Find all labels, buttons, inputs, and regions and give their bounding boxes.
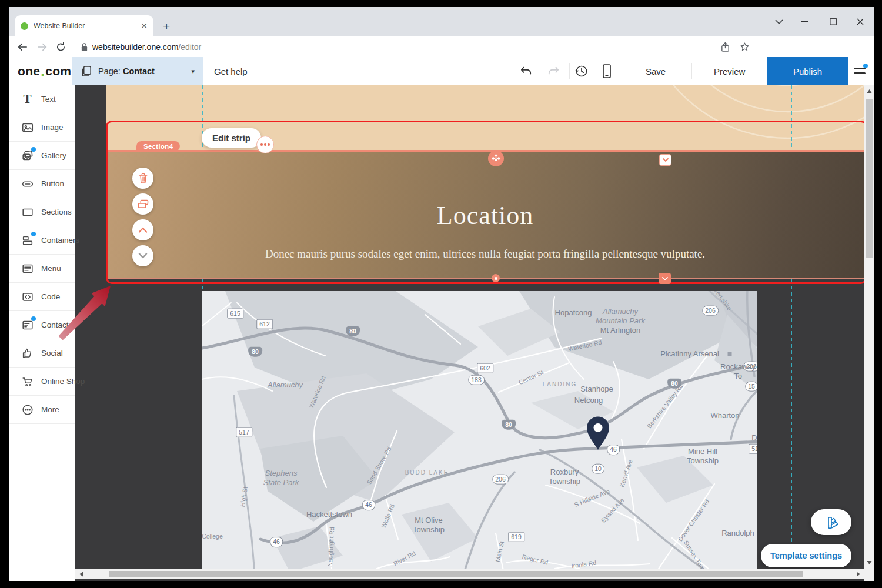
url-bar[interactable]: websitebuilder.one.com/editor xyxy=(92,42,201,52)
vertical-scroll-thumb[interactable] xyxy=(866,99,873,258)
sidebar-item-sections[interactable]: Sections xyxy=(9,198,75,226)
sidebar-item-code[interactable]: Code xyxy=(9,283,75,311)
more-ellipsis-icon xyxy=(21,403,34,416)
editor-canvas: Location Donec mauris purus sodales eget… xyxy=(9,85,874,581)
map-label: Rockaway To xyxy=(720,362,756,382)
delete-section-button[interactable] xyxy=(132,168,153,189)
bookmark-star-icon[interactable] xyxy=(740,42,750,52)
minimize-button[interactable] xyxy=(796,14,813,29)
map-label: High St xyxy=(239,486,249,507)
page-name: Contact xyxy=(123,66,155,76)
style-palette-button[interactable] xyxy=(811,509,851,535)
map-label: Eyland Ave xyxy=(600,496,626,524)
scroll-down-arrow[interactable] xyxy=(867,560,872,565)
template-settings-button[interactable]: Template settings xyxy=(761,544,851,567)
location-map[interactable]: 6156126025176195180808080206206206183151… xyxy=(202,291,757,569)
map-label: Main St xyxy=(494,540,506,563)
horizontal-scroll-thumb[interactable] xyxy=(109,571,803,577)
sidebar-item-text[interactable]: T Text xyxy=(9,85,75,113)
scrollbar-corner xyxy=(864,569,874,579)
button-icon xyxy=(21,177,34,191)
strip-drag-handle[interactable] xyxy=(488,151,504,166)
sidebar-item-containers[interactable]: Containers xyxy=(9,226,75,255)
tabstrip-chevron-icon[interactable] xyxy=(770,14,788,29)
maximize-button[interactable] xyxy=(824,14,842,29)
tab-close-icon[interactable]: ✕ xyxy=(141,22,148,30)
shopping-cart-icon xyxy=(21,375,34,388)
sidebar-item-menu[interactable]: Menu xyxy=(9,255,75,283)
redo-button[interactable] xyxy=(547,66,560,76)
menu-hamburger-button[interactable] xyxy=(854,65,866,77)
route-badge: 602 xyxy=(477,363,493,373)
map-label: D xyxy=(751,433,757,443)
scroll-left-arrow[interactable] xyxy=(79,572,83,577)
map-label: Allamuchy xyxy=(268,380,303,390)
map-label: River Rd xyxy=(392,550,417,568)
back-button[interactable] xyxy=(17,42,28,52)
edit-strip-button[interactable]: Edit strip xyxy=(202,128,261,148)
tab-title: Website Builder xyxy=(34,22,141,30)
reload-button[interactable] xyxy=(56,42,66,52)
sections-icon xyxy=(21,205,34,219)
contact-form-icon xyxy=(21,318,34,332)
strip-collapse-button-bottom[interactable] xyxy=(659,273,671,284)
map-label: Allamuchy Mountain Park xyxy=(596,307,645,326)
undo-button[interactable] xyxy=(520,66,533,76)
scroll-up-arrow[interactable] xyxy=(867,89,872,93)
strip-collapse-button-top[interactable] xyxy=(659,154,671,166)
pages-icon xyxy=(81,65,92,77)
sidebar-item-more[interactable]: More xyxy=(9,396,75,424)
sidebar-item-image[interactable]: Image xyxy=(9,113,75,142)
one-com-logo[interactable]: one.com xyxy=(18,57,71,85)
vertical-scrollbar[interactable] xyxy=(864,85,874,581)
sidebar-item-online-shop[interactable]: Online Shop xyxy=(9,368,75,396)
browser-window: Website Builder ✕ + websitebuilder.one.c… xyxy=(9,7,874,581)
preview-button[interactable]: Preview xyxy=(714,57,745,85)
strip-divider xyxy=(106,150,864,152)
new-badge-dot xyxy=(31,147,36,152)
map-label: Waterloo Rd xyxy=(308,375,328,410)
get-help-link[interactable]: Get help xyxy=(214,57,248,85)
new-tab-button[interactable]: + xyxy=(163,20,170,32)
map-label: Waterloo Rd xyxy=(567,339,602,353)
forward-button[interactable] xyxy=(37,42,48,52)
map-label: Mt Olive Township xyxy=(413,516,445,535)
map-labels: 6156126025176195180808080206206206183151… xyxy=(202,291,757,569)
history-button[interactable] xyxy=(574,64,589,78)
share-icon[interactable] xyxy=(720,42,730,52)
map-label: Naughright Rd xyxy=(326,527,336,567)
scroll-right-arrow[interactable] xyxy=(856,572,861,577)
map-label: Randolph xyxy=(721,529,754,538)
sidebar-item-social[interactable]: Social xyxy=(9,339,75,368)
route-badge: 46 xyxy=(362,500,375,510)
sidebar-item-gallery[interactable]: Gallery xyxy=(9,142,75,170)
gallery-icon xyxy=(21,149,34,162)
sidebar-item-contact[interactable]: Contact xyxy=(9,311,75,339)
image-icon xyxy=(21,121,34,134)
close-window-button[interactable] xyxy=(851,14,869,29)
page-selector[interactable]: Page: Contact ▾ xyxy=(72,57,203,85)
route-badge: 10 xyxy=(592,464,604,474)
map-label: Mine Hill Township xyxy=(687,447,719,466)
map-label: Kenvil Ave xyxy=(618,459,634,489)
url-path: /editor xyxy=(178,42,201,52)
sidebar-item-button[interactable]: Button xyxy=(9,170,75,198)
publish-button[interactable]: Publish xyxy=(767,57,848,85)
route-badge: 615 xyxy=(227,309,243,319)
mobile-preview-button[interactable] xyxy=(601,64,613,79)
elements-sidebar: T Text Image Gallery Button Sections xyxy=(9,85,75,581)
horizontal-scrollbar[interactable] xyxy=(75,569,864,579)
section-heading: Location xyxy=(106,201,864,230)
move-section-down-button[interactable] xyxy=(132,245,153,266)
editor-toolbar: one.com Page: Contact ▾ Get help Save Pr… xyxy=(9,57,874,85)
save-button[interactable]: Save xyxy=(646,57,666,85)
duplicate-section-button[interactable] xyxy=(132,193,153,215)
route-badge: 517 xyxy=(236,427,252,437)
strip-resize-handle[interactable] xyxy=(492,274,500,282)
browser-tab[interactable]: Website Builder ✕ xyxy=(15,15,153,36)
route-badge: 80 xyxy=(248,347,262,357)
map-label: Mt Arlington xyxy=(600,326,641,335)
new-badge-dot xyxy=(31,316,36,321)
move-section-up-button[interactable] xyxy=(132,219,153,240)
strip-more-options-button[interactable] xyxy=(256,136,274,153)
